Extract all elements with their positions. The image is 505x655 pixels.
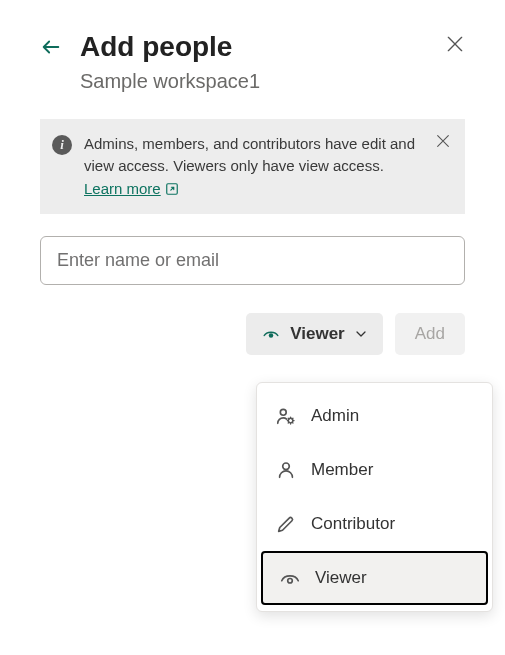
contributor-icon bbox=[275, 513, 297, 535]
member-icon bbox=[275, 459, 297, 481]
role-option-contributor[interactable]: Contributor bbox=[257, 497, 492, 551]
chevron-down-icon bbox=[355, 328, 367, 340]
role-option-label: Contributor bbox=[311, 514, 395, 534]
role-option-admin[interactable]: Admin bbox=[257, 389, 492, 443]
close-panel-button[interactable] bbox=[445, 34, 465, 58]
add-people-panel: Add people Sample workspace1 i Admins, m… bbox=[0, 0, 505, 375]
learn-more-link[interactable]: Learn more bbox=[84, 178, 179, 201]
external-link-icon bbox=[165, 182, 179, 196]
info-dismiss-button[interactable] bbox=[435, 133, 451, 153]
info-bar: i Admins, members, and contributors have… bbox=[40, 119, 465, 215]
role-option-label: Viewer bbox=[315, 568, 367, 588]
back-button[interactable] bbox=[40, 36, 62, 62]
add-button: Add bbox=[395, 313, 465, 355]
info-icon: i bbox=[52, 135, 72, 155]
info-text: Admins, members, and contributors have e… bbox=[84, 133, 423, 201]
role-option-member[interactable]: Member bbox=[257, 443, 492, 497]
role-selected-label: Viewer bbox=[290, 324, 345, 344]
action-row: Viewer Add bbox=[40, 313, 465, 355]
admin-icon bbox=[275, 405, 297, 427]
title-block: Add people Sample workspace1 bbox=[80, 30, 427, 93]
panel-title: Add people bbox=[80, 30, 427, 64]
role-option-viewer[interactable]: Viewer bbox=[261, 551, 488, 605]
viewer-icon bbox=[279, 567, 301, 589]
role-option-label: Member bbox=[311, 460, 373, 480]
close-icon bbox=[445, 34, 465, 54]
role-dropdown-button[interactable]: Viewer bbox=[246, 313, 383, 355]
panel-subtitle: Sample workspace1 bbox=[80, 70, 427, 93]
role-dropdown-menu: AdminMemberContributorViewer bbox=[256, 382, 493, 612]
role-option-label: Admin bbox=[311, 406, 359, 426]
panel-header: Add people Sample workspace1 bbox=[40, 30, 465, 93]
close-icon bbox=[435, 133, 451, 149]
add-button-label: Add bbox=[415, 324, 445, 343]
viewer-icon bbox=[262, 325, 280, 343]
name-or-email-input[interactable] bbox=[40, 236, 465, 285]
info-message: Admins, members, and contributors have e… bbox=[84, 135, 415, 175]
learn-more-label: Learn more bbox=[84, 178, 161, 201]
back-arrow-icon bbox=[40, 36, 62, 58]
